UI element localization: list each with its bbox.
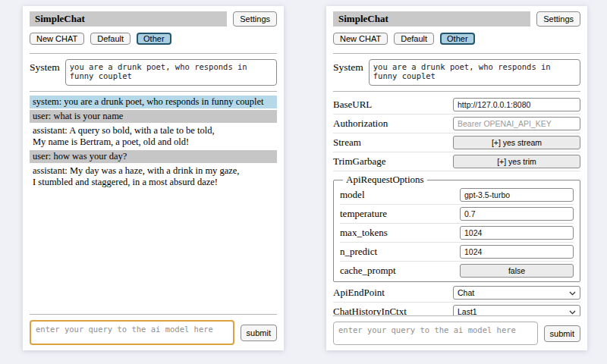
- cache-prompt-toggle-button[interactable]: false: [460, 264, 574, 278]
- new-chat-button[interactable]: New CHAT: [30, 33, 84, 45]
- system-prompt-textarea[interactable]: you are a drunk poet, who responds in fu…: [65, 59, 277, 86]
- session-tabs: New CHAT Default Other: [30, 33, 277, 45]
- setting-row-model: model: [340, 186, 574, 205]
- trimgarbage-toggle-button[interactable]: [+] yes trim: [453, 155, 580, 168]
- stream-toggle-button[interactable]: [+] yes stream: [453, 136, 580, 149]
- chat-message-assistant: assistant: My day was a haze, with a dri…: [30, 165, 277, 189]
- divider: [30, 53, 277, 54]
- system-label: System: [333, 59, 363, 86]
- chat-message-user: user: what is your name: [30, 110, 277, 123]
- system-prompt-row: System you are a drunk poet, who respond…: [30, 59, 277, 86]
- tab-default[interactable]: Default: [90, 33, 131, 45]
- settings-panel: SimpleChat Settings New CHAT Default Oth…: [326, 6, 587, 350]
- query-row: submit: [333, 322, 580, 345]
- chat-history-select[interactable]: Last1: [453, 305, 580, 315]
- query-input[interactable]: [333, 322, 538, 345]
- setting-row-max-tokens: max_tokens: [340, 224, 574, 243]
- chat-message-assistant: assistant: A query so bold, with a tale …: [30, 124, 277, 149]
- cache-prompt-label: cache_prompt: [340, 265, 396, 277]
- system-prompt-row: System you are a drunk poet, who respond…: [333, 59, 580, 86]
- temperature-label: temperature: [340, 208, 387, 220]
- divider: [333, 91, 580, 92]
- submit-button[interactable]: submit: [241, 325, 277, 341]
- system-label: System: [30, 59, 60, 86]
- authorization-input[interactable]: [453, 117, 580, 130]
- setting-row-trimgarbage: TrimGarbage [+] yes trim: [333, 152, 580, 171]
- setting-row-stream: Stream [+] yes stream: [333, 133, 580, 152]
- system-prompt-textarea[interactable]: you are a drunk poet, who responds in fu…: [369, 59, 580, 86]
- chat-message-user: user: how was your day?: [30, 150, 277, 163]
- api-request-options-legend: ApiRequestOptions: [343, 174, 427, 186]
- baseurl-input[interactable]: [453, 98, 580, 111]
- trimgarbage-label: TrimGarbage: [333, 155, 386, 168]
- setting-row-baseurl: BaseURL: [333, 96, 580, 115]
- n-predict-label: n_predict: [340, 246, 377, 258]
- api-endpoint-selected-value: Chat: [458, 288, 474, 297]
- app-title: SimpleChat: [333, 11, 530, 27]
- api-endpoint-label: ApiEndPoint: [333, 287, 385, 299]
- chat-panel: SimpleChat Settings New CHAT Default Oth…: [23, 6, 284, 350]
- model-input[interactable]: [460, 188, 574, 202]
- setting-row-n-predict: n_predict: [340, 243, 574, 262]
- titlebar: SimpleChat Settings: [333, 11, 580, 27]
- chevron-down-icon: [566, 307, 576, 315]
- chat-history-label: ChatHistoryInCtxt: [333, 306, 407, 315]
- model-label: model: [340, 189, 365, 201]
- authorization-label: Authorization: [333, 118, 388, 130]
- temperature-input[interactable]: [460, 207, 574, 221]
- chat-message-list: system: you are a drunk poet, who respon…: [30, 96, 277, 190]
- app-title: SimpleChat: [30, 11, 227, 27]
- api-endpoint-select[interactable]: Chat: [453, 286, 580, 300]
- divider: [333, 315, 580, 316]
- settings-button[interactable]: Settings: [233, 11, 277, 27]
- tab-other[interactable]: Other: [440, 33, 475, 45]
- new-chat-button[interactable]: New CHAT: [333, 33, 388, 45]
- n-predict-input[interactable]: [460, 245, 574, 259]
- divider: [30, 314, 277, 315]
- divider: [333, 53, 580, 54]
- setting-row-temperature: temperature: [340, 205, 574, 224]
- chevron-down-icon: [566, 288, 576, 297]
- setting-row-cache-prompt: cache_prompt false: [340, 262, 574, 280]
- max-tokens-label: max_tokens: [340, 227, 388, 239]
- baseurl-label: BaseURL: [333, 99, 372, 111]
- chat-message-system: system: you are a drunk poet, who respon…: [30, 96, 277, 108]
- tab-default[interactable]: Default: [394, 33, 434, 45]
- settings-button[interactable]: Settings: [536, 11, 580, 27]
- submit-button[interactable]: submit: [544, 325, 580, 342]
- tab-other[interactable]: Other: [137, 33, 171, 45]
- stream-label: Stream: [333, 136, 361, 149]
- setting-row-api-endpoint: ApiEndPoint Chat: [333, 284, 580, 303]
- titlebar: SimpleChat Settings: [30, 11, 277, 27]
- chat-history-selected-value: Last1: [458, 307, 477, 315]
- query-input[interactable]: [30, 320, 234, 345]
- session-tabs: New CHAT Default Other: [333, 33, 580, 45]
- settings-list: BaseURL Authorization Stream [+] yes str…: [333, 96, 580, 315]
- setting-row-chat-history: ChatHistoryInCtxt Last1: [333, 303, 580, 315]
- divider: [30, 91, 277, 92]
- api-request-options-fieldset: ApiRequestOptions model temperature max_…: [333, 174, 580, 282]
- max-tokens-input[interactable]: [460, 226, 574, 240]
- setting-row-authorization: Authorization: [333, 115, 580, 133]
- query-row: submit: [30, 320, 277, 345]
